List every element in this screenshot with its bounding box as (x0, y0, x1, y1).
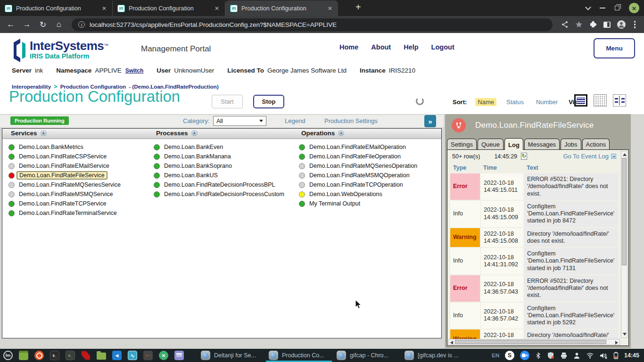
browser-menu-icon[interactable] (632, 21, 638, 28)
log-row[interactable]: Error 2022-10-18 14:36:57.043 ERROR #502… (450, 275, 619, 302)
skype-icon[interactable]: S (505, 351, 514, 360)
panel-tab[interactable]: Queue (478, 139, 504, 149)
printer-icon[interactable] (560, 352, 568, 359)
clock[interactable]: 14:45 (624, 352, 639, 359)
config-item[interactable]: Demo.Loan.FindRateFileOperation (299, 152, 417, 161)
config-item[interactable]: Demo.Loan.FindRateDecisionProcessBPL (154, 180, 284, 189)
horizontal-scroll-thumb[interactable] (455, 340, 606, 344)
add-process-icon[interactable]: + (191, 130, 198, 136)
config-item[interactable]: Demo.Loan.FindRateMQSeriesOperation (299, 161, 417, 171)
address-bar[interactable]: i localhost:52773/csp/applive/EnsPortal.… (72, 18, 553, 31)
config-item[interactable]: My Terminal Output (299, 199, 417, 208)
orange-app-icon[interactable] (34, 350, 44, 361)
taskbar-window-button[interactable]: Deltanji for Se... (198, 349, 264, 362)
show-desktop-icon[interactable] (18, 350, 29, 361)
log-row[interactable]: Info 2022-10-18 14:45:15.009 ConfigItem … (450, 200, 619, 228)
extensions-puzzle-icon[interactable] (589, 21, 597, 28)
site-info-icon[interactable]: i (78, 21, 85, 28)
list-view-icon[interactable] (574, 94, 587, 107)
close-window-icon[interactable]: × (629, 3, 639, 13)
shell-terminal-icon[interactable]: >_ (65, 350, 75, 361)
nav-link[interactable]: About (371, 43, 391, 51)
forward-icon[interactable]: → (20, 18, 34, 31)
menu-button[interactable]: Menu (594, 38, 635, 58)
taskbar-window-button[interactable]: gifcap - Chro... (334, 349, 400, 362)
config-item[interactable]: Demo.Loan.BankSoprano (154, 161, 284, 171)
sort-option[interactable]: Status (504, 98, 526, 106)
side-panel-icon[interactable] (603, 22, 611, 28)
add-service-icon[interactable]: + (41, 130, 47, 136)
config-item[interactable]: Demo.Loan.FindRateMSMQService (8, 189, 121, 199)
keyboard-layout[interactable]: EN (492, 353, 499, 358)
scroll-left-icon[interactable] (450, 341, 453, 345)
config-item[interactable]: Demo.Loan.FindRateDecisionProcessCustom (154, 189, 284, 199)
code-editor-icon[interactable]: ◄ (112, 350, 122, 361)
add-operation-icon[interactable]: + (338, 130, 344, 136)
chevron-down-icon[interactable] (585, 4, 591, 10)
legend-link[interactable]: Legend (285, 117, 305, 124)
deltanji-app-icon[interactable] (81, 350, 91, 361)
col-header-text[interactable]: Text (524, 163, 619, 173)
col-header-time[interactable]: Time (480, 163, 524, 173)
tab-close-icon[interactable]: ✕ (101, 5, 107, 12)
nav-link[interactable]: Home (339, 43, 358, 51)
terminal-icon[interactable]: $_ (50, 350, 60, 361)
stop-button[interactable]: Stop (253, 95, 284, 108)
config-item[interactable]: Demo.Loan.FindRateEMailOperation (299, 142, 417, 152)
panel-tab[interactable]: Jobs (561, 139, 581, 149)
reload-icon[interactable]: ↻ (36, 18, 50, 31)
col-header-type[interactable]: Type (450, 163, 480, 173)
refresh-log-icon[interactable]: ↻ (521, 153, 527, 160)
bluetooth-icon[interactable] (535, 352, 541, 359)
config-item[interactable]: Demo.Loan.BankMetrics (8, 142, 121, 152)
green-x-app-icon[interactable]: ✕ (158, 350, 169, 361)
config-item[interactable]: Demo.Loan.FindRateEMailService (8, 161, 121, 171)
expand-panel-button[interactable]: » (424, 115, 436, 127)
browser-tab[interactable]: IR Production Configuration ✕ (0, 1, 113, 16)
volume-muted-icon[interactable] (600, 352, 608, 359)
panel-tab[interactable]: Messages (524, 139, 560, 149)
panel-tab[interactable]: Settings (447, 139, 477, 149)
horizontal-scrollbar[interactable] (448, 339, 620, 345)
vertical-scrollbar[interactable] (621, 151, 627, 338)
taskbar-window-button[interactable]: Production Co... (266, 349, 332, 362)
url-text[interactable]: localhost:52773/csp/applive/EnsPortal.Pr… (90, 21, 337, 28)
bookmark-star-icon[interactable] (575, 21, 583, 28)
production-settings-link[interactable]: Production Settings (324, 117, 378, 124)
config-item[interactable]: Demo.Loan.FindRateCSPService (8, 152, 121, 161)
browser-tab[interactable]: IR Production Configuration ✕ (113, 1, 225, 16)
battery-icon[interactable] (613, 352, 619, 359)
calculator-icon[interactable]: + − (143, 350, 153, 361)
start-button[interactable]: Start (212, 95, 243, 108)
nav-link[interactable]: Logout (431, 43, 454, 51)
file-manager-icon[interactable] (96, 350, 107, 361)
mint-menu-icon[interactable]: lm (3, 350, 13, 361)
scroll-right-icon[interactable] (615, 341, 618, 345)
config-item[interactable]: Demo.Loan.FindRateFileService (8, 171, 121, 180)
config-item[interactable]: Demo.Loan.WebOperations (299, 189, 417, 199)
go-to-event-log-link[interactable]: Go To Event Log ➜ (563, 153, 616, 160)
system-monitor-icon[interactable]: ∿ (127, 350, 138, 361)
switch-link[interactable]: Switch (125, 67, 144, 74)
log-row[interactable]: Warning 2022-10-18 14:36:57.041 Director… (450, 329, 619, 339)
back-icon[interactable]: ← (4, 18, 18, 31)
minimize-icon[interactable] (600, 8, 605, 8)
wifi-icon[interactable] (586, 352, 594, 359)
sort-option[interactable]: Name (475, 98, 496, 106)
sort-option[interactable]: Number (534, 98, 560, 106)
config-item[interactable]: Demo.Loan.BankManana (154, 152, 284, 161)
user-status-icon[interactable] (573, 352, 580, 359)
log-row[interactable]: Info 2022-10-18 14:41:31.092 ConfigItem … (450, 247, 619, 275)
grid-view-icon[interactable] (594, 94, 607, 107)
panel-tab[interactable]: Log (504, 138, 523, 150)
scroll-up-icon[interactable] (623, 153, 627, 156)
tab-close-icon[interactable]: ✕ (214, 5, 220, 12)
taskbar-window-button[interactable]: [gifcap.dev is ... (402, 349, 468, 362)
browser-tab[interactable]: IR Production Configuration ✕ (225, 0, 338, 16)
config-item[interactable]: Demo.Loan.FindRateTCPOperation (299, 180, 417, 189)
security-shield-icon[interactable] (547, 352, 554, 359)
category-select[interactable]: All (213, 116, 266, 126)
config-item[interactable]: Demo.Loan.BankEven (154, 142, 284, 152)
scroll-down-icon[interactable] (623, 333, 627, 336)
config-item[interactable]: Demo.Loan.FindRateMSMQOperation (299, 171, 417, 180)
